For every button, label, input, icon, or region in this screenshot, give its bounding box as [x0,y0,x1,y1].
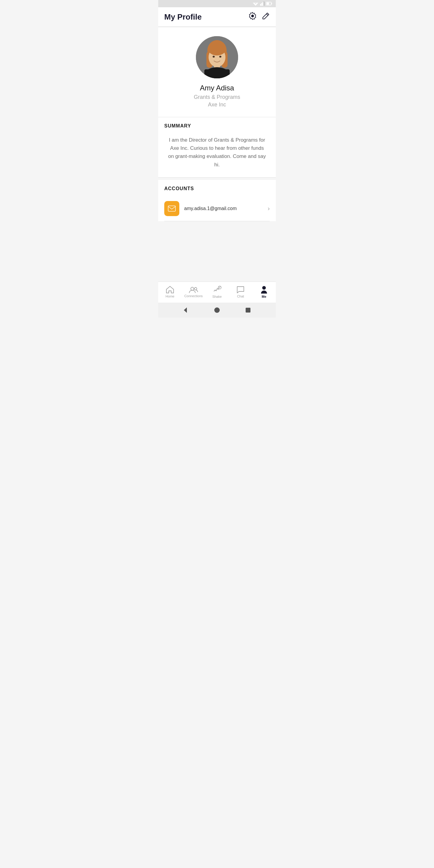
svg-point-18 [213,56,215,58]
summary-title: SUMMARY [164,123,270,129]
profile-name: Amy Adisa [200,84,234,92]
nav-connections[interactable]: Connections [182,282,205,303]
svg-point-23 [191,287,194,290]
nav-home[interactable]: Home [158,282,182,303]
settings-button[interactable] [249,12,256,22]
svg-rect-29 [246,308,250,313]
battery-icon [266,2,272,5]
svg-rect-4 [261,3,262,6]
edit-button[interactable] [262,12,270,22]
svg-rect-5 [262,2,264,6]
nav-chat-label: Chat [237,294,244,298]
svg-point-28 [214,307,220,313]
svg-point-17 [208,42,226,56]
status-bar [158,0,276,7]
email-icon-wrap [164,201,179,216]
avatar [196,36,238,79]
summary-section: SUMMARY I am the Director of Grants & Pr… [158,117,276,177]
home-button[interactable] [213,307,221,314]
mail-icon [168,206,176,212]
recent-icon [245,307,251,313]
wifi-icon [253,1,258,6]
header: My Profile [158,7,276,27]
chat-icon [237,286,244,293]
recent-button[interactable] [244,307,252,314]
page-title: My Profile [164,12,202,22]
shake-icon [213,286,221,293]
account-chevron-icon: › [268,205,270,212]
nav-home-label: Home [165,294,174,298]
me-icon [261,286,267,293]
svg-rect-9 [267,3,269,5]
svg-marker-27 [184,307,187,313]
nav-connections-label: Connections [184,294,203,298]
account-email-item[interactable]: amy.adisa.1@gmail.com › [164,196,270,221]
svg-rect-21 [204,69,230,79]
bottom-nav: Home Connections Shake Chat Me [158,281,276,303]
nav-me-label: Me [261,295,266,299]
signal-icon [260,1,264,6]
home-circle-icon [214,307,220,313]
profile-role: Grants & Programs [194,94,240,100]
accounts-title: ACCOUNTS [164,186,270,191]
profile-company: Axe Inc [208,101,226,108]
home-icon [166,286,174,293]
nav-shake-label: Shake [212,295,221,299]
profile-section: Amy Adisa Grants & Programs Axe Inc [158,27,276,117]
svg-rect-3 [260,4,261,6]
summary-divider [158,177,276,178]
nav-me[interactable]: Me [252,282,276,303]
header-actions [249,12,270,22]
svg-point-24 [194,287,197,290]
nav-chat[interactable]: Chat [229,282,252,303]
svg-point-19 [219,56,221,58]
accounts-section: ACCOUNTS amy.adisa.1@gmail.com › [158,180,276,221]
svg-rect-8 [272,3,272,4]
connections-icon [189,286,198,293]
content-spacer [158,221,276,281]
nav-shake[interactable]: Shake [205,282,229,303]
back-button[interactable] [182,307,190,314]
back-icon [183,307,189,313]
svg-rect-22 [168,206,176,211]
system-nav [158,303,276,318]
summary-text: I am the Director of Grants & Programs f… [164,133,270,171]
svg-rect-6 [264,1,264,6]
svg-point-26 [262,286,266,290]
account-email-value: amy.adisa.1@gmail.com [184,206,268,211]
